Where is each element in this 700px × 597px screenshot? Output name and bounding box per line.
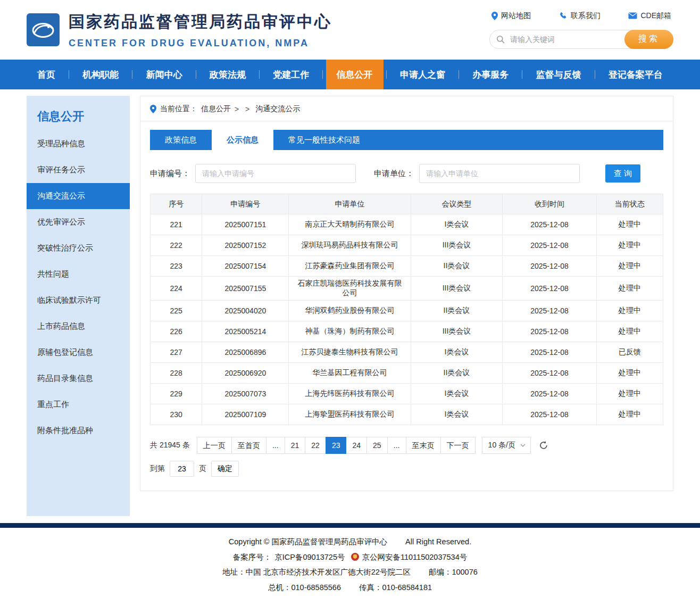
nav-item[interactable]: 办事服务 [462, 60, 519, 89]
last-page-button[interactable]: 至末页 [406, 437, 441, 454]
tab-public-info-active[interactable]: 公示信息 [212, 130, 273, 150]
goto-page-input[interactable] [170, 461, 194, 477]
sidebar-item[interactable]: 药品目录集信息 [27, 366, 130, 392]
query-button[interactable]: 查 询 [605, 164, 640, 183]
mailbox-link[interactable]: CDE邮箱 [628, 11, 671, 21]
pagination-total: 共 21945 条 [150, 441, 190, 450]
cell-seq: 223 [151, 256, 202, 277]
sidebar-item[interactable]: 重点工作 [27, 392, 130, 418]
sidebar-item[interactable]: 突破性治疗公示 [27, 235, 130, 261]
footer-phone-line: 总机：010-68585566传真：010-68584181 [0, 583, 700, 593]
nav-item[interactable]: 政策法规 [199, 60, 256, 89]
main-nav: 首页 机构职能 新闻中心 政策法规 党建工作 信息公开 申请人之窗 办事服务 监… [0, 60, 700, 89]
sidebar-item[interactable]: 审评任务公示 [27, 157, 130, 183]
nav-item[interactable]: 申请人之窗 [389, 60, 456, 89]
brand-block: 国家药品监督管理局药品审评中心 CENTER FOR DRUG EVALUATI… [69, 11, 332, 49]
footer-security-number[interactable]: 京公网安备11011502037534号 [362, 553, 467, 561]
footer-copyright: Copyright © 国家药品监督管理局药品审评中心 [229, 537, 387, 546]
sidebar-item-active[interactable]: 沟通交流公示 [27, 183, 130, 209]
sidebar-item[interactable]: 共性问题 [27, 261, 130, 287]
table-row: 230 2025007109 上海挚盟医药科技有限公司 I类会议 2025-12… [151, 404, 663, 425]
page-button-active[interactable]: 23 [326, 437, 347, 454]
cell-received-date: 2025-12-08 [503, 256, 596, 277]
cell-status: 处理中 [596, 363, 663, 384]
sidebar-title: 信息公开 [27, 96, 130, 131]
goto-confirm-button[interactable]: 确定 [211, 461, 239, 477]
sidebar-item[interactable]: 临床试验默示许可 [27, 287, 130, 313]
sidebar-item[interactable]: 上市药品信息 [27, 313, 130, 339]
cell-status: 处理中 [596, 277, 663, 301]
refresh-button[interactable] [539, 441, 548, 450]
nav-item[interactable]: 党建工作 [262, 60, 320, 89]
page-size-select[interactable]: 10 条/页 [482, 437, 531, 454]
page-button[interactable]: 25 [366, 437, 388, 454]
apply-org-input[interactable] [419, 164, 580, 183]
site-search-button[interactable]: 搜索 [624, 30, 673, 49]
cell-apply-no: 2025006920 [202, 363, 289, 384]
page-button[interactable]: 21 [285, 437, 306, 454]
sidebar-item[interactable]: 原辅包登记信息 [27, 339, 130, 366]
cde-logo-icon [31, 19, 55, 40]
cell-company: 石家庄凯瑞德医药科技发展有限公司 [289, 277, 411, 301]
nav-item-active[interactable]: 信息公开 [326, 60, 384, 89]
breadcrumb-root[interactable]: 信息公开 [201, 104, 231, 114]
cell-meeting-type: II类会议 [411, 363, 503, 384]
prev-page-button[interactable]: 上一页 [197, 437, 232, 454]
footer-address-line: 地址：中国 北京市经济技术开发区广德大街22号院二区邮编：100076 [0, 567, 700, 578]
sidebar-item[interactable]: 优先审评公示 [27, 209, 130, 235]
nav-item[interactable]: 监督与反馈 [526, 60, 592, 89]
table-row: 225 2025004020 华润双鹤药业股份有限公司 II类会议 2025-1… [151, 301, 663, 321]
cell-seq: 226 [151, 321, 202, 342]
cell-status: 处理中 [596, 256, 663, 277]
nav-item[interactable]: 机构职能 [72, 60, 129, 89]
cell-apply-no: 2025007152 [202, 235, 289, 256]
footer-icp-number[interactable]: 京ICP备09013725号 [274, 553, 345, 561]
footer-fax-label: 传真： [359, 583, 382, 592]
cell-status: 处理中 [596, 321, 663, 342]
cell-apply-no: 2025006896 [202, 342, 289, 363]
cell-received-date: 2025-12-08 [503, 363, 596, 384]
footer-phone-label: 总机： [268, 583, 291, 592]
page-button[interactable]: 22 [305, 437, 326, 454]
tab-policy-info[interactable]: 政策信息 [150, 130, 212, 150]
nav-separator [259, 70, 260, 79]
tab-common-questions[interactable]: 常见一般性技术问题 [273, 130, 375, 150]
filter-bar: 申请编号： 申请单位： 查 询 [150, 164, 663, 183]
col-header-company: 申请单位 [289, 194, 411, 214]
cell-apply-no: 2025007154 [202, 256, 289, 277]
cell-meeting-type: I类会议 [411, 342, 503, 363]
first-page-button[interactable]: 至首页 [231, 437, 266, 454]
results-table: 序号 申请编号 申请单位 会议类型 收到时间 当前状态 221 20250071… [150, 194, 663, 425]
nav-separator [196, 70, 196, 79]
breadcrumb-pin-icon [150, 105, 156, 113]
cell-apply-no: 2025007151 [202, 214, 289, 235]
cell-company: 神基（珠海）制药有限公司 [289, 321, 411, 342]
sidebar-item[interactable]: 附条件批准品种 [27, 418, 130, 444]
cell-company: 江苏豪森药业集团有限公司 [289, 256, 411, 277]
table-row: 229 2025007073 上海先纬医药科技有限公司 I类会议 2025-12… [151, 384, 663, 404]
cell-apply-no: 2025004020 [202, 301, 289, 321]
cell-meeting-type: II类会议 [411, 256, 503, 277]
sidebar-item[interactable]: 受理品种信息 [27, 131, 130, 157]
cell-received-date: 2025-12-08 [503, 235, 596, 256]
col-header-meeting-type: 会议类型 [411, 194, 503, 214]
table-row: 226 2025005214 神基（珠海）制药有限公司 III类会议 2025-… [151, 321, 663, 342]
cell-seq: 222 [151, 235, 202, 256]
nav-item[interactable]: 首页 [27, 60, 66, 89]
footer-fax: 010-68584181 [382, 583, 432, 592]
goto-unit: 页 [199, 464, 206, 474]
page-subtitle: CENTER FOR DRUG EVALUATION, NMPA [69, 38, 332, 49]
table-row: 227 2025006896 江苏贝捷泰生物科技有限公司 I类会议 2025-1… [151, 342, 663, 363]
sitemap-link[interactable]: 网站地图 [491, 11, 531, 21]
ellipsis-next-button[interactable]: ... [387, 437, 406, 454]
nav-item[interactable]: 登记备案平台 [598, 60, 673, 89]
next-page-button[interactable]: 下一页 [440, 437, 476, 454]
page-button[interactable]: 24 [346, 437, 367, 454]
footer-record-label: 备案序号： [233, 553, 272, 561]
apply-no-input[interactable] [195, 164, 356, 183]
contact-link[interactable]: 联系我们 [559, 11, 601, 21]
ellipsis-prev-button[interactable]: ... [266, 437, 285, 454]
col-header-received-date: 收到时间 [503, 194, 596, 214]
pagination: 共 21945 条 上一页 至首页 ... 21 22 23 24 25 ...… [150, 437, 663, 454]
nav-item[interactable]: 新闻中心 [136, 60, 193, 89]
